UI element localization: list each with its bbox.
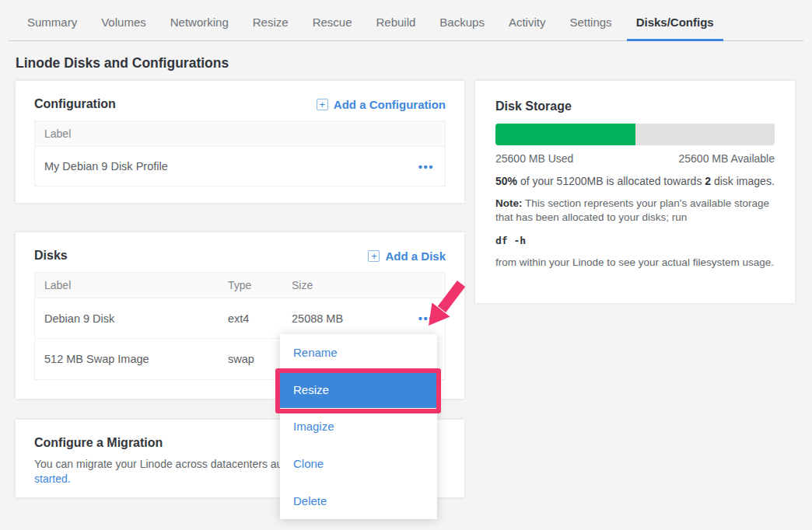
tab-settings[interactable]: Settings (560, 0, 621, 41)
disks-col-size: Size (282, 279, 391, 291)
add-configuration-button[interactable]: + Add a Configuration (317, 98, 446, 111)
tab-resize[interactable]: Resize (243, 0, 298, 41)
disk-actions-context-menu: Rename Resize Imagize Clone Delete (280, 334, 437, 519)
storage-footer-text: from within your Linode to see your actu… (495, 256, 775, 270)
menu-item-rename[interactable]: Rename (280, 334, 437, 371)
tab-backups[interactable]: Backups (430, 0, 494, 41)
configuration-row-label: My Debian 9 Disk Profile (35, 160, 398, 173)
menu-item-clone[interactable]: Clone (280, 445, 437, 483)
allocation-percent: 50% (495, 175, 517, 187)
disks-panel-title: Disks (34, 249, 68, 263)
disk-row-label: 512 MB Swap Image (35, 353, 219, 365)
storage-used-label: 25600 MB Used (495, 152, 573, 165)
configuration-table: Label My Debian 9 Disk Profile ••• (34, 120, 446, 187)
disk-row-type: ext4 (219, 312, 282, 325)
storage-allocation-text: 50% of your 51200MB is allocated towards… (495, 175, 775, 187)
migration-started-link[interactable]: started. (34, 472, 71, 485)
disk-row-label: Debian 9 Disk (35, 312, 219, 325)
plus-box-icon: + (368, 250, 380, 262)
disk-storage-title: Disk Storage (495, 99, 775, 113)
disk-row-type: swap (219, 353, 282, 365)
add-disk-label: Add a Disk (385, 249, 446, 263)
configuration-panel-title: Configuration (34, 97, 116, 111)
note-label: Note: (495, 197, 523, 209)
allocation-end: disk images. (711, 175, 775, 187)
config-col-label: Label (35, 127, 398, 140)
menu-item-delete[interactable]: Delete (280, 482, 437, 519)
allocation-middle: of your 51200MB is allocated towards (517, 175, 705, 187)
storage-note: Note: This section represents your plan'… (495, 197, 775, 225)
add-disk-button[interactable]: + Add a Disk (368, 249, 446, 263)
tab-bar: Summary Volumes Networking Resize Rescue… (9, 0, 803, 41)
add-configuration-label: Add a Configuration (334, 98, 446, 111)
disk-row-actions-icon[interactable]: ••• (418, 312, 434, 325)
tab-volumes[interactable]: Volumes (92, 0, 156, 41)
linode-disks-configs-screen: Summary Volumes Networking Resize Rescue… (0, 0, 812, 530)
tab-summary[interactable]: Summary (18, 0, 86, 41)
tab-rebuild[interactable]: Rebuild (366, 0, 425, 41)
menu-item-resize[interactable]: Resize (280, 371, 437, 409)
tab-disks-configs[interactable]: Disks/Configs (627, 0, 723, 41)
note-text: This section represents your plan's avai… (495, 197, 769, 223)
storage-progress-bar (495, 124, 775, 145)
configuration-panel: Configuration + Add a Configuration Labe… (16, 81, 464, 203)
plus-box-icon: + (317, 99, 328, 110)
disk-storage-panel: Disk Storage 25600 MB Used 25600 MB Avai… (475, 81, 795, 303)
disk-row-debian[interactable]: Debian 9 Disk ext4 25088 MB ••• (35, 298, 445, 339)
migration-panel-title: Configure a Migration (34, 436, 163, 450)
tab-networking[interactable]: Networking (161, 0, 238, 41)
disks-col-type: Type (219, 279, 282, 291)
storage-available-label: 25600 MB Available (679, 152, 775, 165)
df-command-code: df -h (495, 235, 775, 246)
disk-row-size: 25088 MB (282, 312, 391, 325)
configuration-row-actions-icon[interactable]: ••• (418, 160, 434, 173)
storage-progress-fill (495, 124, 635, 145)
tab-activity[interactable]: Activity (499, 0, 555, 41)
page-title: Linode Disks and Configurations (16, 55, 229, 71)
configuration-row[interactable]: My Debian 9 Disk Profile ••• (35, 147, 445, 186)
menu-item-imagize[interactable]: Imagize (280, 408, 437, 445)
disks-col-label: Label (35, 279, 219, 291)
tab-rescue[interactable]: Rescue (303, 0, 362, 41)
allocation-count: 2 (705, 175, 711, 187)
